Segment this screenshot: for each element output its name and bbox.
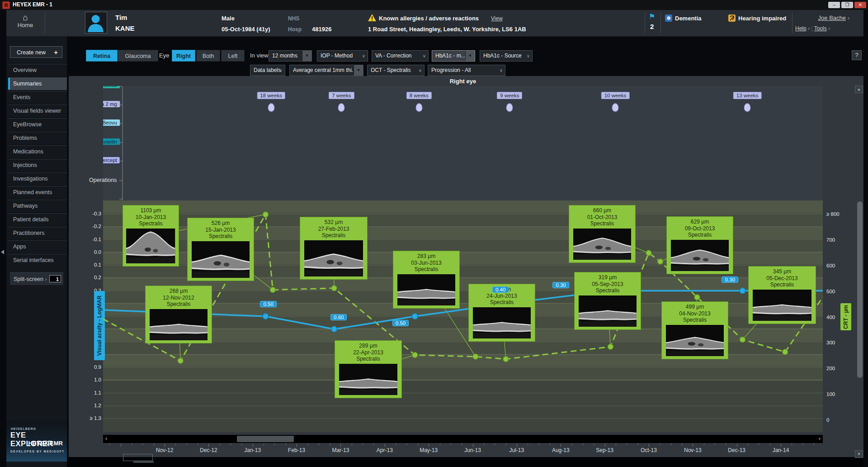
chevron-down-icon: ∨ — [527, 51, 530, 61]
oct-image-frame — [192, 241, 250, 278]
home-button[interactable]: ⌂ Home — [13, 14, 38, 29]
dropdown-12-months[interactable]: 12 months▼ — [269, 50, 312, 62]
scroll-down-button[interactable]: ▼ — [855, 450, 863, 458]
help-link[interactable]: Help — [795, 25, 807, 32]
injection-interval-badge: 9 weeks — [497, 92, 522, 99]
create-new-button[interactable]: Create new + — [10, 46, 62, 58]
user-menu[interactable]: Joe Bache › — [795, 14, 849, 21]
crt-tick-label: 200 — [826, 366, 835, 371]
month-label-sep-13: Sep-13 — [596, 447, 613, 453]
oct-thumbnail-box[interactable]: 345 µm05-Dec-2013Spectralis — [748, 266, 816, 324]
month-tick — [792, 443, 792, 445]
sidebar-item-problems[interactable]: Problems — [8, 131, 67, 144]
horizontal-scrollbar[interactable]: ‹ › — [103, 435, 823, 443]
dropdown-hba1c-source[interactable]: HbA1c - Source∨ — [480, 50, 533, 62]
bottom-strip-fragment — [133, 461, 154, 463]
oct-thumbnail-box[interactable]: 319 µm05-Sep-2013Spectralis — [574, 272, 641, 330]
eye-button-left[interactable]: Left — [221, 50, 245, 62]
oct-thumbnail-box[interactable]: 532 µm27-Feb-2013Spectralis — [300, 217, 368, 280]
dropdown-data-labels[interactable]: Data labels∨ — [250, 65, 285, 76]
oct-thumbnail-box[interactable]: 499 µm04-Nov-2013Spectralis — [661, 301, 728, 359]
dropdown-average-central-1mm-thi-[interactable]: Average central 1mm thi...▼ — [289, 65, 363, 76]
oct-image-frame — [304, 240, 363, 277]
horizontal-scrollbar-thumb[interactable] — [237, 436, 294, 442]
scroll-up-button[interactable]: ▲ — [855, 86, 863, 93]
scroll-left-icon[interactable]: ‹ — [105, 435, 107, 442]
dropdown-oct-spectralis[interactable]: OCT - Spectralis∨ — [367, 65, 425, 76]
oct-date: 01-Oct-2013 — [587, 214, 618, 221]
sidebar-item-visual-fields-viewer[interactable]: Visual fields viewer — [8, 104, 67, 117]
medication-label-aflibercept[interactable]: Aflibercept — [103, 157, 120, 163]
va-value-chip: 0.30 — [722, 276, 738, 283]
month-tick — [330, 443, 330, 445]
logo-brand: HEIDELBERG — [11, 427, 36, 430]
medication-label-lucentis[interactable]: Lucentis — [103, 86, 120, 88]
sidebar-item-medications[interactable]: Medications — [8, 145, 67, 158]
patient-avatar[interactable] — [85, 12, 107, 33]
sidebar-item-pathways[interactable]: Pathways — [8, 199, 67, 212]
oct-thumbnail-box[interactable]: 1103 µm10-Jan-2013Spectralis — [123, 205, 179, 267]
month-tick — [396, 443, 396, 445]
eye-button-both[interactable]: Both — [196, 50, 220, 62]
month-tick — [528, 443, 528, 445]
nhs-label: NHS — [288, 15, 299, 22]
oct-image-frame — [573, 229, 631, 260]
month-label-apr-13: Apr-13 — [377, 447, 393, 453]
month-tick — [187, 443, 187, 445]
injection-interval-badge: 18 weeks — [257, 92, 285, 99]
sidebar-item-summaries[interactable]: Summaries — [8, 77, 67, 90]
dropdown-iop-method[interactable]: IOP - Method∨ — [317, 50, 368, 62]
dropdown-progression-all[interactable]: Progression - All∨ — [428, 65, 505, 76]
dropdown-hba1c-m-[interactable]: HbA1c - m...▼ — [432, 50, 475, 62]
month-tick — [142, 443, 143, 445]
sidebar-collapse-arrow-icon[interactable] — [1, 250, 4, 254]
hosp-number: 481926 — [312, 26, 331, 33]
medication-label-eylea-2-mg[interactable]: Eylea 2 mg — [103, 101, 120, 107]
sidebar-item-apps[interactable]: Apps — [8, 240, 67, 253]
split-screen-button[interactable]: Split-screen › 1 — [10, 272, 63, 285]
close-button[interactable]: ✕ — [854, 2, 866, 8]
user-name[interactable]: Joe Bache — [818, 14, 846, 21]
oct-thumbnail-box[interactable]: 289 µm22-Apr-2013Spectralis — [335, 340, 402, 398]
sidebar-item-investigations[interactable]: Investigations — [8, 172, 67, 185]
month-label-jul-13: Jul-13 — [509, 447, 524, 453]
oct-thumbnail-box[interactable]: 660 µm01-Oct-2013Spectralis — [569, 205, 636, 263]
maximize-button[interactable]: ❐ — [841, 2, 853, 8]
sidebar-item-eyebrowse[interactable]: EyeBrowse — [8, 118, 67, 131]
scroll-right-icon[interactable]: › — [819, 435, 821, 442]
sidebar-item-events[interactable]: Events — [8, 91, 67, 104]
oct-thumbnail-box[interactable]: 629 µm09-Oct-2013Spectralis — [666, 216, 733, 274]
flag-icon[interactable]: ⚑ — [649, 12, 655, 21]
sidebar-item-overview[interactable]: Overview — [8, 63, 67, 76]
tools-link[interactable]: Tools — [814, 25, 827, 32]
tab-retina[interactable]: Retina — [86, 50, 118, 62]
allergy-view-link[interactable]: View — [491, 15, 503, 22]
eye-button-right[interactable]: Right — [172, 50, 195, 62]
crt-tick-label: ≥ 800 — [826, 211, 840, 217]
sidebar-item-injections[interactable]: Injections — [8, 158, 67, 172]
oct-thumbnail-box[interactable]: 268 µm12-Nov-2012Spectralis — [145, 286, 212, 343]
oct-thumbnail-box[interactable]: 283 µm03-Jun-2013Spectralis — [393, 251, 460, 309]
heyex-emr-window: ▦ HEYEX EMR - 1 – ❐ ✕ ⌂ Home Tim KANE Ma… — [0, 0, 868, 467]
dropdown-va-correction[interactable]: VA - Correction∨ — [372, 50, 429, 62]
oct-thumbnail-box[interactable]: 526 µm15-Jan-2013Spectralis — [187, 218, 254, 281]
sidebar-item-patient-details[interactable]: Patient details — [8, 213, 67, 226]
sidebar-item-serial-interfaces[interactable]: Serial interfaces — [8, 253, 67, 267]
month-tick — [583, 443, 583, 445]
sidebar-item-planned-events[interactable]: Planned events — [8, 186, 67, 199]
medication-label-beovu[interactable]: Beovu — [103, 119, 120, 126]
oct-thickness-value: 526 µm — [212, 220, 230, 227]
oct-scan-image — [397, 274, 455, 306]
logmar-tick-label: 1.0 — [75, 377, 101, 382]
va-axis-label: Visual acuity - LogMAR — [94, 291, 105, 360]
minimize-button[interactable]: – — [828, 2, 840, 8]
medication-label-avastin[interactable]: Avastin — [103, 138, 120, 145]
month-label-aug-13: Aug-13 — [552, 447, 570, 453]
month-label-jan-14: Jan-14 — [773, 447, 789, 453]
oct-date: 15-Jan-2013 — [205, 227, 236, 234]
help-question-button[interactable]: ? — [852, 50, 862, 60]
vertical-scrollbar-thumb[interactable] — [857, 201, 863, 378]
tab-glaucoma[interactable]: Glaucoma — [118, 50, 158, 62]
injection-interval-badge: 8 weeks — [406, 92, 432, 99]
sidebar-item-practitioners[interactable]: Practitioners — [8, 226, 67, 239]
